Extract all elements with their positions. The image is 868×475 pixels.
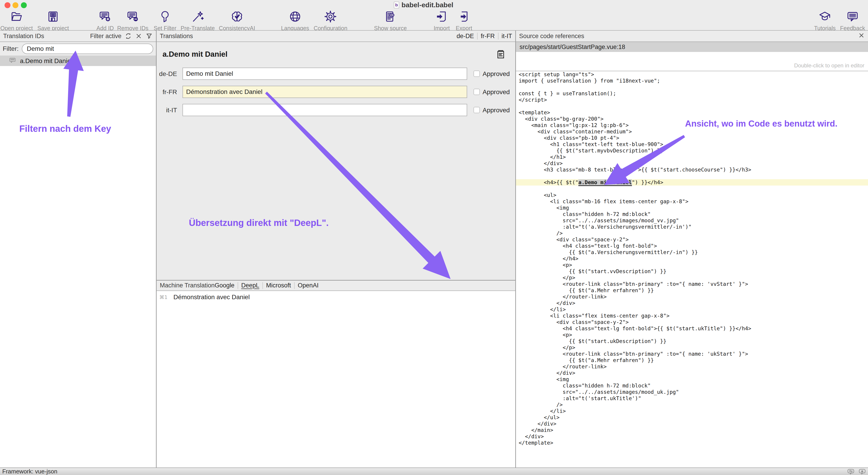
code-line: <h4 class="text-lg font-bold"> — [516, 243, 868, 249]
code-line: {{ $t("start.myvbvDescription") }} — [516, 147, 868, 154]
code-line — [516, 185, 868, 192]
open-project-button[interactable]: Open project — [0, 10, 33, 32]
code-line: </div> — [516, 433, 868, 440]
code-line: </li> — [516, 306, 868, 313]
gear-icon — [324, 10, 337, 24]
translation-input-de[interactable] — [183, 68, 467, 80]
code-line: </div> — [516, 160, 868, 167]
translation-ids-panel: Translation IDs Filter active Filter: a.… — [0, 31, 157, 468]
provider-deepl[interactable]: DeepL — [241, 282, 259, 289]
approved-label: Approved — [483, 107, 510, 114]
code-line: <ul> — [516, 192, 868, 198]
translation-row-de: de-DE Approved — [157, 68, 515, 80]
approved-label: Approved — [483, 70, 510, 77]
code-line: <template> — [516, 109, 868, 116]
editor-hint: Double-click to open in editor — [794, 62, 864, 69]
approved-checkbox-it[interactable] — [473, 107, 480, 113]
code-line: </li> — [516, 408, 868, 414]
window-title: b babel-edit.babel — [394, 1, 453, 9]
mt-suggestion-text: Démonstration avec Daniel — [174, 294, 250, 301]
remove-ids-button[interactable]: Remove IDs — [117, 10, 149, 32]
set-filter-button[interactable]: Set Filter — [154, 10, 176, 32]
favorites-icon[interactable] — [859, 468, 866, 475]
pre-translate-button[interactable]: Pre-Translate — [181, 10, 215, 32]
code-line: </div> — [516, 420, 868, 427]
translation-ids-header: Translation IDs Filter active — [0, 31, 156, 42]
translation-input-it[interactable] — [183, 104, 467, 116]
code-line: <img — [516, 376, 868, 382]
tab-fr-FR[interactable]: fr-FR — [481, 33, 495, 40]
code-line: <p> — [516, 332, 868, 338]
approved-checkbox-de[interactable] — [473, 71, 480, 77]
consistency-ai-button[interactable]: ConsistencyAI — [219, 10, 255, 32]
magic-wand-icon — [191, 10, 204, 24]
code-line: <h3 class="mb-8 text-blue-900">{{ $t("st… — [516, 167, 868, 173]
show-source-button[interactable]: Show source — [374, 10, 407, 32]
bubble-plus-icon — [98, 10, 112, 24]
provider-tabs: Google DeepL Microsoft OpenAI — [215, 282, 319, 289]
floppy-disk-icon — [46, 10, 60, 24]
close-icon[interactable] — [858, 32, 865, 40]
window-minimize-button[interactable] — [12, 2, 19, 8]
code-line: </p> — [516, 274, 868, 281]
export-button[interactable]: Export — [456, 10, 472, 32]
code-line: </h1> — [516, 154, 868, 160]
code-line: </script> — [516, 97, 868, 103]
main-area: Translation IDs Filter active Filter: a.… — [0, 30, 868, 468]
refresh-icon[interactable] — [125, 32, 132, 40]
file-reference-bar[interactable]: src/pages/start/GuestStartPage.vue:18 — [516, 42, 868, 52]
window-zoom-button[interactable] — [21, 2, 27, 8]
code-line: <script setup lang="ts"> — [516, 71, 868, 77]
provider-openai[interactable]: OpenAI — [298, 282, 319, 289]
feedback-button[interactable]: Feedback — [840, 10, 865, 32]
languages-button[interactable]: Languages — [281, 10, 309, 32]
titlebar: b babel-edit.babel Open project Save pro… — [0, 0, 868, 30]
translation-input-fr[interactable] — [183, 86, 467, 98]
graduation-cap-icon — [818, 10, 832, 24]
mt-suggestion-row[interactable]: ⌘1 Démonstration avec Daniel — [157, 293, 515, 302]
code-line: {{ $t("start.vvDescription") }} — [516, 268, 868, 274]
translation-memory-icon[interactable] — [847, 468, 855, 475]
code-line: <p> — [516, 262, 868, 268]
save-project-button[interactable]: Save project — [37, 10, 69, 32]
tab-de-DE[interactable]: de-DE — [457, 33, 474, 40]
code-listing[interactable]: <script setup lang="ts">import { useTran… — [516, 71, 868, 468]
add-id-button[interactable]: Add ID — [96, 10, 114, 32]
provider-microsoft[interactable]: Microsoft — [266, 282, 291, 289]
import-button[interactable]: Import — [434, 10, 450, 32]
code-line: class="hidden h-72 md:block" — [516, 211, 868, 217]
code-line: /> — [516, 230, 868, 236]
code-line: :alt="t('a.Versicherungsvermittler/-in')… — [516, 224, 868, 230]
notepad-icon[interactable] — [496, 49, 506, 60]
language-label: de-DE — [158, 70, 177, 77]
filter-funnel-icon[interactable] — [146, 32, 153, 40]
code-line — [516, 84, 868, 90]
window-close-button[interactable] — [4, 2, 10, 8]
translation-key-heading: a.Demo mit Daniel — [162, 50, 227, 59]
configuration-button[interactable]: Configuration — [314, 10, 347, 32]
annotation-filter-note: Filtern nach dem Key — [19, 124, 111, 134]
translation-id-label: a.Demo mit Daniel — [20, 57, 72, 65]
bubble-minus-icon — [126, 10, 140, 24]
shortcut-badge: ⌘1 — [159, 295, 167, 300]
file-reference: src/pages/start/GuestStartPage.vue:18 — [520, 43, 625, 50]
code-line: src="../../assets/images/mood_uk.jpg" — [516, 389, 868, 395]
code-line: </template> — [516, 440, 868, 446]
tutorials-button[interactable]: Tutorials — [814, 10, 836, 32]
clear-filter-icon[interactable] — [135, 32, 142, 40]
language-label: it-IT — [158, 107, 177, 114]
provider-google[interactable]: Google — [215, 282, 235, 289]
approved-checkbox-fr[interactable] — [473, 89, 480, 95]
code-line: </ul> — [516, 414, 868, 420]
translation-id-item[interactable]: a.Demo mit Daniel — [0, 56, 156, 66]
tab-it-IT[interactable]: it-IT — [502, 33, 512, 40]
filter-input[interactable] — [22, 43, 153, 54]
filter-row: Filter: — [0, 42, 156, 56]
code-line: <img — [516, 205, 868, 211]
code-line: <router-link class="btn-primary" :to="{ … — [516, 351, 868, 357]
code-line: <div class="container-medium"> — [516, 128, 868, 135]
filter-label: Filter: — [3, 45, 19, 53]
code-line: </div> — [516, 370, 868, 376]
highlighted-translation-key[interactable]: a.Demo mit Daniel — [578, 179, 632, 186]
import-icon — [435, 10, 448, 24]
